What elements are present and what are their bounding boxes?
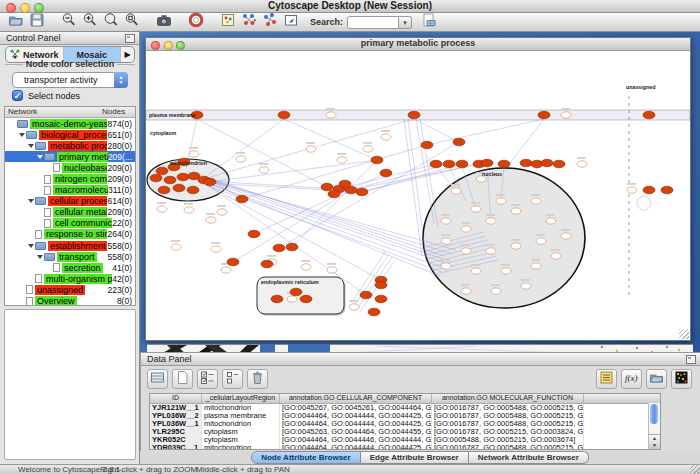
- tree-expand-arrow-icon[interactable]: [26, 244, 35, 248]
- network-node-unselected[interactable]: [486, 248, 496, 254]
- new-attribute-button[interactable]: [172, 369, 193, 389]
- tree-row[interactable]: primary metabo209(...: [5, 151, 135, 162]
- network-node-unselected[interactable]: [184, 207, 194, 213]
- table-row[interactable]: YPL036W__2plasma membrane[GO:0044464, GO…: [150, 412, 660, 420]
- network-node-selected[interactable]: [300, 295, 312, 303]
- network-node-selected[interactable]: [371, 156, 383, 164]
- network-node-selected[interactable]: [643, 111, 655, 119]
- network-node-unselected[interactable]: [441, 263, 451, 269]
- network-node-unselected[interactable]: [217, 209, 227, 215]
- tree-row[interactable]: nitrogen compo209(0): [5, 173, 135, 184]
- network-node-unselected[interactable]: [471, 268, 481, 274]
- network-node-unselected[interactable]: [511, 243, 521, 249]
- network-node-selected[interactable]: [520, 159, 532, 167]
- network-node-unselected[interactable]: [501, 268, 511, 274]
- network-node-unselected[interactable]: [627, 187, 637, 193]
- table-scrollbar[interactable]: ▲▼: [648, 403, 660, 449]
- select-nodes-checkbox[interactable]: ✓: [12, 90, 23, 101]
- tree-expand-arrow-icon[interactable]: [26, 199, 35, 203]
- tree-row[interactable]: secretion41(0): [5, 262, 135, 273]
- formula-button[interactable]: f(x): [621, 369, 642, 389]
- tree-row[interactable]: Overview8(0): [5, 296, 135, 307]
- tab-node-attribute-browser[interactable]: Node Attribute Browser: [251, 451, 361, 464]
- table-column-header[interactable]: ID: [150, 394, 202, 403]
- help-button[interactable]: [185, 14, 206, 31]
- network-node-unselected[interactable]: [211, 246, 221, 252]
- tab-edge-attribute-browser[interactable]: Edge Attribute Browser: [361, 451, 469, 464]
- tree-row[interactable]: cellular process614(0): [5, 196, 135, 207]
- network-node-unselected[interactable]: [306, 146, 316, 152]
- network-node-unselected[interactable]: [157, 206, 167, 212]
- network-node-unselected[interactable]: [206, 217, 216, 223]
- network-node-selected[interactable]: [541, 159, 553, 167]
- network-node-selected[interactable]: [456, 160, 468, 168]
- network-node-unselected[interactable]: [189, 151, 199, 157]
- network-node-selected[interactable]: [271, 295, 283, 303]
- float-data-panel-icon[interactable]: [686, 355, 696, 364]
- open-session-button[interactable]: [5, 14, 26, 31]
- network-close-button[interactable]: [151, 41, 160, 50]
- tree-row[interactable]: macromolecule311(0): [5, 185, 135, 196]
- zoom-out-button[interactable]: [58, 14, 79, 31]
- network-node-selected[interactable]: [321, 183, 333, 191]
- network-node-selected[interactable]: [227, 258, 239, 266]
- tree-expand-arrow-icon[interactable]: [26, 144, 35, 148]
- float-panel-icon[interactable]: [125, 34, 135, 43]
- network-node-unselected[interactable]: [326, 112, 336, 118]
- network-tree-header[interactable]: Network Nodes: [5, 107, 135, 118]
- network-node-selected[interactable]: [421, 141, 433, 149]
- network-node-unselected[interactable]: [461, 226, 471, 232]
- network-zoom-button[interactable]: [176, 41, 185, 50]
- attribute-table-button[interactable]: [147, 369, 168, 389]
- network-node-selected[interactable]: [380, 169, 392, 177]
- network-node-selected[interactable]: [375, 295, 387, 303]
- network-node-unselected[interactable]: [486, 218, 496, 224]
- snapshot-button[interactable]: [153, 14, 174, 31]
- import-attributes-button[interactable]: [646, 369, 667, 389]
- network-window[interactable]: primary metabolic process plasma membran…: [145, 37, 691, 341]
- network-node-selected[interactable]: [278, 111, 290, 119]
- network-node-unselected[interactable]: [337, 157, 347, 163]
- network-node-selected[interactable]: [430, 160, 442, 168]
- network-node-selected[interactable]: [150, 174, 162, 182]
- network-node-selected[interactable]: [177, 173, 189, 181]
- network-node-unselected[interactable]: [259, 167, 269, 173]
- network-node-selected[interactable]: [661, 186, 673, 194]
- network-canvas[interactable]: plasma membranecytoplasmmitochondrionnuc…: [146, 51, 690, 341]
- tree-row[interactable]: mosaic-demo-yeast874(0): [5, 118, 135, 129]
- network-minimize-button[interactable]: [164, 41, 173, 50]
- tree-row[interactable]: biological_process651(0): [5, 129, 135, 140]
- tree-expand-arrow-icon[interactable]: [35, 155, 44, 159]
- select-attributes-button[interactable]: [197, 369, 218, 389]
- attribute-list-button[interactable]: [596, 369, 617, 389]
- network-node-selected[interactable]: [360, 291, 372, 299]
- network-node-selected[interactable]: [290, 288, 302, 296]
- tree-row[interactable]: unassigned223(0): [5, 284, 135, 295]
- network-node-unselected[interactable]: [349, 304, 359, 310]
- network-node-selected[interactable]: [538, 111, 550, 119]
- tree-expand-arrow-icon[interactable]: [17, 133, 26, 137]
- network-node-unselected[interactable]: [536, 238, 546, 244]
- scrollbar-buttons[interactable]: ▲▼: [649, 434, 660, 449]
- network-node-unselected[interactable]: [461, 248, 471, 254]
- tree-row[interactable]: response to stimul264(0): [5, 229, 135, 240]
- delete-attribute-button[interactable]: [247, 369, 268, 389]
- table-row[interactable]: YDR039C__1mitochondrion[GO:0044464, GO:0…: [150, 444, 660, 450]
- network-node-selected[interactable]: [356, 188, 368, 196]
- import-table-button[interactable]: [418, 14, 439, 31]
- network-node-unselected[interactable]: [521, 283, 531, 289]
- network-node-selected[interactable]: [156, 167, 168, 175]
- annotation-button[interactable]: [217, 14, 238, 31]
- network-node-selected[interactable]: [173, 184, 185, 192]
- network-node-selected[interactable]: [158, 186, 170, 194]
- network-node-selected[interactable]: [408, 111, 420, 119]
- network-node-selected[interactable]: [498, 160, 510, 168]
- search-dropdown-arrow[interactable]: ▾: [399, 16, 412, 29]
- zoom-in-button[interactable]: [79, 14, 100, 31]
- table-column-header[interactable]: annotation.GO MOLECULAR_FUNCTION: [432, 394, 584, 403]
- network-node-unselected[interactable]: [441, 218, 451, 224]
- network-node-unselected[interactable]: [491, 288, 501, 294]
- network-node-selected[interactable]: [443, 160, 455, 168]
- network-node-selected[interactable]: [261, 260, 273, 268]
- network-node-unselected[interactable]: [551, 253, 561, 259]
